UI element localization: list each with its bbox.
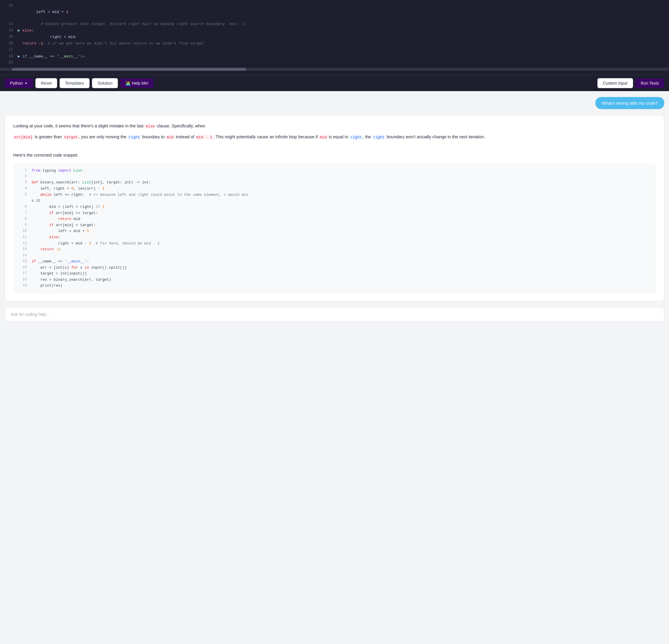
- line-number: 17: [3, 47, 13, 53]
- python-label: Python: [10, 81, 23, 85]
- question-message-container: What's wrong with my code?: [5, 97, 664, 109]
- code-line-18: 18 ▶ if __name__ == '__main__':↔: [0, 54, 669, 60]
- line-number: 23: [3, 60, 13, 66]
- horizontal-scrollbar[interactable]: [0, 68, 669, 71]
- code-line-15: 15 right = mid: [0, 34, 669, 41]
- code-line-14: 14 ▶ else:: [0, 28, 669, 34]
- snippet-line-2: 2: [18, 174, 651, 180]
- snippet-line-5: 5 while left <= right: # <= because left…: [18, 192, 651, 198]
- line-number: 13: [3, 21, 13, 27]
- line-number: 15: [3, 34, 13, 40]
- snippet-line-6: 6 mid = (left + right) // 2: [18, 204, 651, 210]
- snippet-line-16: 16 arr = [int(x) for x in input().split(…: [18, 265, 651, 271]
- response-paragraph-1: Looking at your code, it seems that ther…: [13, 122, 656, 130]
- line-number: 12: [3, 3, 13, 9]
- custom-input-button[interactable]: Custom Input: [597, 78, 633, 88]
- inline-code-mid-minus-1: mid - 1: [195, 135, 213, 140]
- snippet-line-5b: s it: [18, 198, 651, 204]
- inline-code-mid1: mid: [166, 135, 174, 140]
- inline-code-target: target: [63, 135, 79, 140]
- snippet-line-13: 13 return -1: [18, 247, 651, 253]
- snippet-line-15: 15 if __name__ == '__main__':: [18, 258, 651, 265]
- code-line-23: 23: [0, 60, 669, 67]
- code-line-16: 16 return -1 # if we get here we didn't …: [0, 41, 669, 47]
- snippet-line-4: 4 left, right = 0, len(arr) - 1: [18, 186, 651, 192]
- inline-code-right3: right: [372, 135, 385, 140]
- run-tests-button[interactable]: Run Tests: [636, 79, 664, 88]
- ask-coding-help-input[interactable]: [11, 312, 658, 317]
- line-number: 18: [3, 54, 13, 59]
- inline-code-mid2: mid: [319, 135, 327, 140]
- line-number: 16: [3, 41, 13, 46]
- snippet-line-17: 17 target = int(input()): [18, 271, 651, 277]
- question-bubble: What's wrong with my code?: [595, 97, 664, 109]
- response-paragraph-2: arr[mid] is greater than target, you are…: [13, 133, 656, 141]
- inline-code-right2: right: [350, 135, 363, 140]
- reset-button[interactable]: Reset: [35, 78, 57, 88]
- snippet-line-11: 11 else:: [18, 235, 651, 241]
- corrected-code-block: 1 from typing import List 2 3 def binary…: [13, 163, 656, 294]
- editor-toolbar: Python ▼ Reset Templates Solution 🧑‍💻 He…: [0, 75, 669, 91]
- snippet-line-18: 18 res = binary_search(arr, target): [18, 277, 651, 283]
- snippet-line-7: 7 if arr[mid] == target:: [18, 210, 651, 216]
- main-content: What's wrong with my code? Looking at yo…: [0, 91, 669, 307]
- help-me-button[interactable]: 🧑‍💻 Help Me!: [120, 79, 154, 88]
- solution-button[interactable]: Solution: [92, 78, 118, 88]
- snippet-line-12: 12 right = mid - 1 # fix here, should be…: [18, 241, 651, 247]
- snippet-line-3: 3 def binary_search(arr: List[int], targ…: [18, 180, 651, 186]
- snippet-line-10: 10 left = mid + 1: [18, 228, 651, 235]
- inline-code-arr-mid: arr[mid]: [13, 135, 33, 140]
- snippet-line-8: 8 return mid: [18, 216, 651, 222]
- code-editor: 12 left = mid + 1 13 # middle greater th…: [0, 0, 669, 75]
- question-text: What's wrong with my code?: [602, 100, 658, 106]
- snippet-line-9: 9 if arr[mid] < target:: [18, 222, 651, 228]
- code-line-13: 13 # middle greater than target, discard…: [0, 21, 669, 28]
- inline-code-else: else: [145, 124, 156, 129]
- code-line-17: 17: [0, 47, 669, 54]
- snippet-line-1: 1 from typing import List: [18, 168, 651, 174]
- chevron-down-icon: ▼: [25, 82, 28, 85]
- line-arrow-indicator: ▶: [18, 54, 21, 60]
- python-language-button[interactable]: Python ▼: [5, 79, 33, 88]
- line-arrow-indicator: ▶: [18, 28, 21, 34]
- snippet-line-19: 19 print(res): [18, 283, 651, 289]
- templates-button[interactable]: Templates: [59, 78, 89, 88]
- snippet-line-14: 14: [18, 253, 651, 258]
- code-line-12: 12 left = mid + 1: [0, 3, 669, 21]
- inline-code-right1: right: [128, 135, 141, 140]
- ask-coding-help-bar[interactable]: [5, 307, 664, 322]
- ai-response-card: Looking at your code, it seems that ther…: [5, 115, 664, 301]
- corrected-title: Here's the corrected code snippet:: [13, 152, 656, 159]
- scrollbar-thumb[interactable]: [12, 68, 246, 71]
- line-number: 14: [3, 28, 13, 33]
